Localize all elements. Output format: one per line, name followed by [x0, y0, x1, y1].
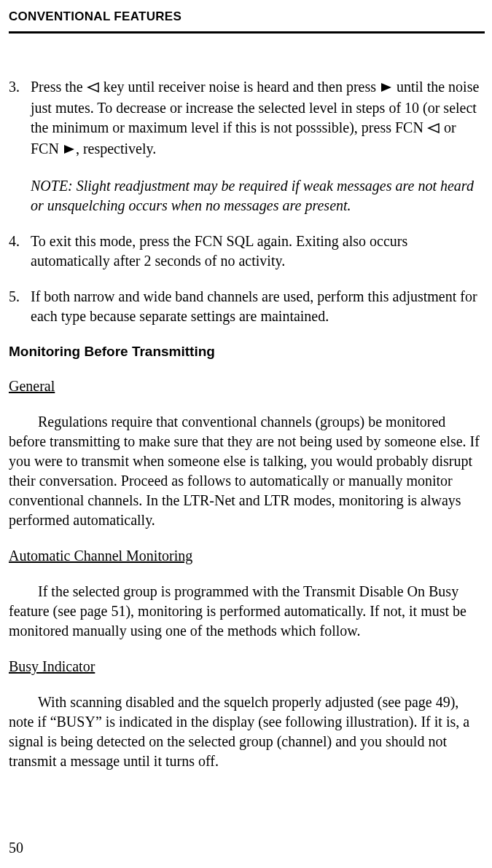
- paragraph-busy: With scanning disabled and the squelch p…: [9, 693, 485, 771]
- svg-marker-3: [64, 145, 74, 154]
- header-rule: [9, 31, 485, 33]
- right-arrow-icon: [380, 78, 393, 98]
- svg-marker-1: [381, 83, 391, 92]
- list-num-4: 4.: [9, 232, 31, 271]
- list-item-3: 3. Press the key until receiver noise is…: [9, 77, 485, 216]
- subheading-busy: Busy Indicator: [9, 657, 485, 676]
- item3-note: NOTE: Slight readjustment may be require…: [31, 176, 485, 216]
- list-num-5: 5.: [9, 287, 31, 326]
- right-arrow-icon: [63, 140, 76, 159]
- list-body-3: Press the key until receiver noise is he…: [31, 77, 485, 216]
- list-item-4: 4. To exit this mode, press the FCN SQL …: [9, 232, 485, 271]
- item3-part2: key until receiver noise is heard and th…: [100, 79, 380, 95]
- page-number: 50: [9, 838, 23, 858]
- left-arrow-icon: [427, 119, 440, 138]
- paragraph-automatic: If the selected group is programmed with…: [9, 582, 485, 641]
- paragraph-general: Regulations require that conventional ch…: [9, 412, 485, 530]
- left-arrow-icon: [87, 78, 100, 98]
- item3-part5: , respectively.: [76, 141, 156, 157]
- subheading-automatic: Automatic Channel Monitoring: [9, 546, 485, 566]
- list-item-5: 5. If both narrow and wide band channels…: [9, 287, 485, 326]
- list-body-5: If both narrow and wide band channels ar…: [31, 287, 485, 326]
- subheading-general: General: [9, 376, 485, 396]
- svg-marker-0: [88, 83, 98, 92]
- section-title: Monitoring Before Transmitting: [9, 342, 485, 361]
- list-num-3: 3.: [9, 77, 31, 216]
- svg-marker-2: [429, 124, 439, 133]
- page-header: CONVENTIONAL FEATURES: [9, 9, 485, 25]
- item3-part1: Press the: [31, 79, 87, 95]
- list-body-4: To exit this mode, press the FCN SQL aga…: [31, 232, 485, 271]
